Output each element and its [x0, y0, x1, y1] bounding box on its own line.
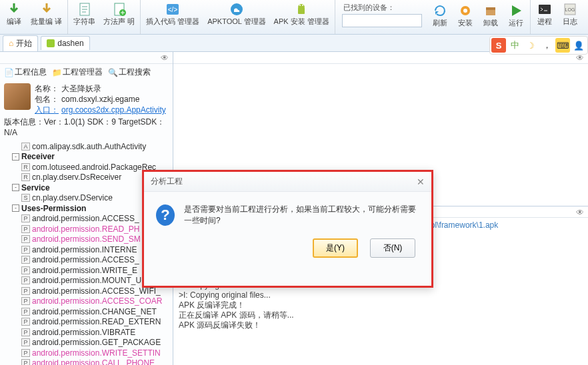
tool-label: 进程 — [537, 17, 552, 25]
install-button[interactable]: 安装 — [453, 0, 478, 29]
refresh-icon — [432, 3, 448, 19]
project-pkg: com.dsxyl.xzkj.egame — [61, 94, 139, 105]
keyboard-icon[interactable]: ⌨ — [555, 38, 570, 53]
method-decl-button[interactable]: 方法声 明 — [99, 0, 139, 27]
tree-label: android.permission.WRITE_E — [32, 266, 137, 275]
refresh-button[interactable]: 刷新 — [427, 0, 453, 29]
svg-point-8 — [302, 5, 303, 6]
tree-label: Receiver — [21, 152, 55, 161]
tree-label: android.permission.READ_PH — [32, 224, 139, 234]
tree-label: android.permission.SEND_SM — [32, 234, 141, 244]
uninstall-button[interactable]: 卸载 — [478, 0, 503, 29]
tree-row[interactable]: Pandroid.permission.CHANGE_NET — [3, 306, 173, 317]
moon-icon[interactable]: ☽ — [523, 38, 538, 53]
tree-label: android.permission.ACCESS_WIFI_ — [32, 286, 161, 296]
tab-label: 开始 — [16, 38, 32, 49]
eye-icon[interactable]: 👁 — [576, 208, 584, 216]
tree-label: android.permission.INTERNE — [32, 245, 137, 254]
tool-label: 安装 — [458, 19, 473, 27]
batch-compile-icon — [39, 1, 55, 17]
output-line: >I: Copying original files... — [179, 290, 583, 300]
info-tabs: 📄 工程信息 📁 工程管理器 🔍 工程搜索 — [0, 64, 173, 81]
tree-label: cn.play.dserv.DService — [32, 193, 113, 202]
tree-label: android.permission.ACCESS_ — [32, 255, 139, 264]
type-badge: P — [21, 297, 30, 305]
type-badge: P — [21, 214, 30, 222]
run-button[interactable]: 运行 — [503, 0, 529, 29]
tool-label: APK 安装 管理器 — [274, 17, 329, 25]
type-badge: S — [21, 194, 30, 202]
user-icon[interactable]: 👤 — [571, 38, 586, 53]
expander-icon[interactable]: - — [12, 184, 19, 191]
tree-label: android.permission.ACCESS_ — [32, 214, 139, 223]
tree-row[interactable]: -Receiver — [3, 152, 173, 163]
batch-compile-button[interactable]: 批量编 译 — [27, 0, 66, 27]
tool-label: 插入代码 管理器 — [146, 17, 199, 25]
info-tab-search[interactable]: 🔍 工程搜索 — [108, 67, 151, 78]
tree-row[interactable]: Acom.alipay.sdk.auth.AuthActivity — [3, 141, 173, 152]
filemgr-button[interactable]: 文件 — [583, 0, 588, 27]
toolbar-group: 字符串方法声 明 — [68, 0, 141, 34]
tab-project[interactable]: dashen — [41, 36, 89, 50]
apktool-mgr-icon — [229, 1, 245, 17]
type-badge: P — [21, 318, 30, 326]
info-tab-info[interactable]: 📄 工程信息 — [4, 67, 47, 78]
toolbar-group: 进程LOG日志文件 — [531, 0, 588, 34]
home-icon: ⌂ — [9, 39, 13, 48]
type-badge: P — [21, 235, 30, 243]
tree-row[interactable]: Pandroid.permission.ACCESS_COAR — [3, 296, 173, 307]
project-name: 大圣降妖录 — [61, 83, 101, 94]
svg-point-7 — [299, 5, 301, 6]
toolbar-group: 已找到的设备：刷新安装卸载运行 — [335, 0, 531, 34]
search-icon: 🔍 — [108, 68, 117, 77]
process-button[interactable]: 进程 — [532, 0, 557, 27]
tree-row[interactable]: Pandroid.permission.CALL_PHONE — [3, 358, 173, 366]
type-badge: P — [21, 276, 30, 284]
folder-icon: 📁 — [52, 68, 61, 77]
tree-label: Uses-Permission — [21, 204, 86, 213]
apk-install-icon — [293, 1, 309, 17]
expander-icon[interactable]: - — [12, 204, 19, 212]
no-button[interactable]: 否(N) — [370, 238, 415, 258]
apk-install-button[interactable]: APK 安装 管理器 — [270, 0, 333, 27]
output-line: APK 反编译完成！ — [179, 300, 583, 310]
tool-label: 方法声 明 — [103, 17, 135, 25]
yes-button[interactable]: 是(Y) — [313, 238, 358, 258]
strings-button[interactable]: 字符串 — [69, 0, 99, 27]
tool-label: 卸载 — [483, 19, 498, 27]
tree-label: android.permission.CHANGE_NET — [32, 307, 157, 316]
compile-button[interactable]: 编译 — [1, 0, 27, 27]
svg-point-10 — [463, 9, 467, 13]
svg-text:LOG: LOG — [565, 7, 575, 12]
apktool-mgr-button[interactable]: APKTOOL 管理器 — [203, 0, 269, 27]
type-badge: P — [21, 328, 30, 336]
project-entry-link[interactable]: org.cocos2dx.cpp.AppActivity — [61, 105, 166, 115]
project-info: 名称：大圣降妖录 包名：com.dsxyl.xzkj.egame 入口：org.… — [0, 81, 173, 140]
tree-row[interactable]: Pandroid.permission.READ_EXTERN — [3, 317, 173, 328]
expander-icon[interactable]: - — [12, 153, 19, 161]
close-icon[interactable]: ✕ — [417, 177, 425, 187]
info-tab-mgr[interactable]: 📁 工程管理器 — [52, 67, 103, 78]
tree-label: android.permission.WRITE_SETTIN — [32, 348, 161, 358]
device-label: 已找到的设备： — [339, 1, 425, 14]
tool-label: 日志 — [563, 17, 577, 25]
svg-rect-6 — [298, 7, 305, 14]
ime-lang-icon[interactable]: 中 — [507, 38, 522, 53]
log-button[interactable]: LOG日志 — [557, 0, 583, 27]
tree-row[interactable]: Pandroid.permission.VIBRATE — [3, 327, 173, 338]
type-badge: P — [21, 225, 30, 233]
comma-icon[interactable]: ， — [539, 38, 554, 53]
svg-rect-12 — [486, 7, 495, 10]
tab-label: dashen — [57, 39, 83, 48]
tab-home[interactable]: ⌂ 开始 — [3, 35, 38, 51]
type-badge: P — [21, 246, 30, 254]
tree-row[interactable]: Pandroid.permission.GET_PACKAGE — [3, 338, 173, 348]
tree-row[interactable]: Pandroid.permission.WRITE_SETTIN — [3, 348, 173, 358]
tree-label: cn.play.dserv.DsReceiver — [32, 173, 121, 182]
dialog-titlebar[interactable]: 分析工程 ✕ — [144, 172, 431, 192]
insert-code-icon: </> — [165, 1, 181, 17]
ime-sogou-icon[interactable]: S — [491, 38, 506, 53]
eye-icon[interactable]: 👁 — [161, 53, 169, 62]
insert-code-button[interactable]: </>插入代码 管理器 — [142, 0, 203, 27]
device-combo[interactable] — [342, 14, 422, 27]
